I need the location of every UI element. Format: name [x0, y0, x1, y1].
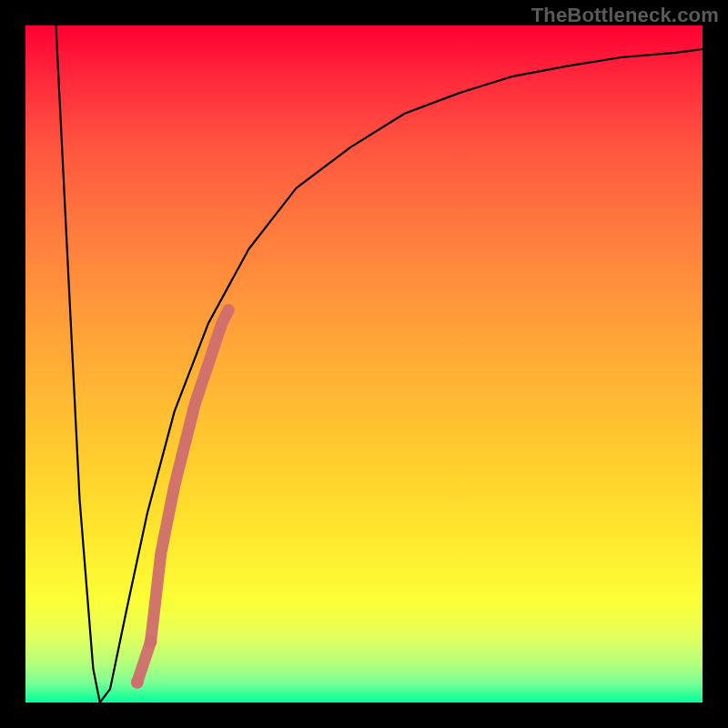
svg-point-0 — [131, 676, 144, 689]
watermark-text: TheBottleneck.com — [531, 4, 719, 27]
chart-svg — [25, 25, 703, 703]
svg-point-1 — [145, 635, 157, 648]
plot-area — [25, 25, 703, 703]
marker-dots — [131, 310, 228, 689]
chart-frame: TheBottleneck.com — [0, 0, 728, 728]
